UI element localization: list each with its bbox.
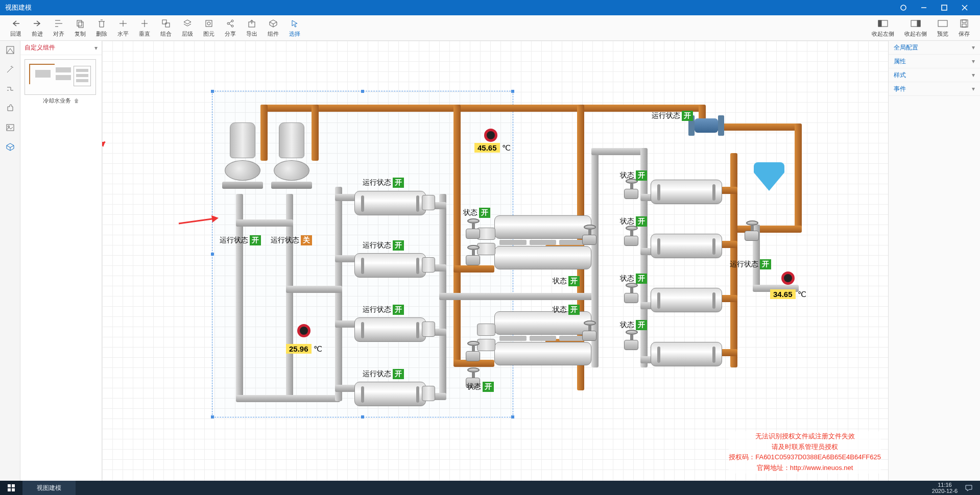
status-label[interactable]: 状态开 bbox=[467, 382, 494, 392]
status-label[interactable]: 状态开 bbox=[620, 274, 647, 284]
temp-tag[interactable]: 45.65℃ bbox=[474, 143, 511, 153]
temp-sensor[interactable] bbox=[484, 129, 497, 142]
rail-wand-icon[interactable] bbox=[4, 63, 16, 76]
group-button[interactable]: 组合 bbox=[155, 17, 177, 39]
collapse-left-button[interactable]: 收起左侧 bbox=[867, 17, 899, 39]
valve[interactable] bbox=[624, 283, 639, 304]
inline-valve[interactable] bbox=[688, 115, 724, 136]
canvas[interactable]: 无法识别授权文件或注册文件失效 请及时联系管理员授权 授权码：FA601C059… bbox=[102, 41, 888, 481]
pipe[interactable] bbox=[286, 286, 342, 293]
chiller-unit[interactable] bbox=[494, 215, 591, 271]
cooler-unit[interactable] bbox=[651, 342, 722, 366]
status-label[interactable]: 状态开 bbox=[620, 170, 647, 181]
pipe[interactable] bbox=[335, 320, 355, 328]
status-label[interactable]: 运行状态开 bbox=[652, 111, 693, 121]
cooler-unit[interactable] bbox=[651, 234, 722, 258]
pipe[interactable] bbox=[335, 194, 355, 201]
align-button[interactable]: 对齐 bbox=[48, 17, 69, 39]
cooler-unit[interactable] bbox=[354, 317, 426, 342]
valve[interactable] bbox=[624, 226, 639, 247]
start-button[interactable] bbox=[0, 481, 22, 495]
rail-pipe-icon[interactable] bbox=[4, 83, 16, 95]
pipe[interactable] bbox=[335, 385, 355, 392]
status-label[interactable]: 状态开 bbox=[553, 276, 580, 286]
valve[interactable] bbox=[466, 218, 481, 240]
notification-icon[interactable] bbox=[964, 483, 974, 493]
close-icon[interactable] bbox=[954, 0, 975, 15]
chiller-unit[interactable] bbox=[494, 311, 591, 367]
pipe[interactable] bbox=[236, 219, 293, 227]
status-label[interactable]: 运行状态关 bbox=[271, 235, 312, 245]
prop-style[interactable]: 样式▾ bbox=[889, 68, 980, 82]
rail-image-icon[interactable] bbox=[4, 121, 16, 134]
pipe[interactable] bbox=[453, 105, 461, 365]
delete-component-icon[interactable]: 🗑 bbox=[74, 98, 79, 104]
taskbar-clock[interactable]: 11:162020-12-6 bbox=[932, 482, 958, 494]
status-label[interactable]: 运行状态开 bbox=[363, 178, 404, 188]
export-button[interactable]: 导出 bbox=[241, 17, 262, 39]
temp-sensor[interactable] bbox=[781, 271, 795, 285]
status-label[interactable]: 运行状态开 bbox=[220, 235, 261, 245]
copy-button[interactable]: 复制 bbox=[69, 17, 91, 39]
pipe[interactable] bbox=[453, 265, 494, 273]
temp-tag[interactable]: 34.65℃ bbox=[770, 289, 806, 299]
status-label[interactable]: 状态开 bbox=[620, 320, 647, 330]
status-label[interactable]: 状态开 bbox=[620, 216, 647, 227]
prop-global[interactable]: 全局配置▾ bbox=[889, 41, 980, 55]
share-button[interactable]: 分享 bbox=[220, 17, 241, 39]
valve[interactable] bbox=[624, 330, 639, 351]
pipe[interactable] bbox=[335, 187, 342, 401]
redo-button[interactable]: 前进 bbox=[27, 17, 48, 39]
valve[interactable] bbox=[624, 179, 639, 200]
collapse-right-button[interactable]: 收起右侧 bbox=[899, 17, 932, 39]
valve[interactable] bbox=[466, 245, 481, 266]
status-label[interactable]: 运行状态开 bbox=[363, 240, 404, 251]
valve[interactable] bbox=[745, 220, 760, 242]
status-label[interactable]: 状态开 bbox=[463, 208, 490, 218]
valve[interactable] bbox=[582, 225, 597, 246]
select-button[interactable]: 选择 bbox=[284, 17, 305, 39]
rail-puzzle-icon[interactable] bbox=[4, 102, 16, 114]
pipe[interactable] bbox=[640, 148, 648, 367]
status-label[interactable]: 运行状态开 bbox=[730, 259, 771, 269]
vert-button[interactable]: 垂直 bbox=[134, 17, 155, 39]
cooler-unit[interactable] bbox=[354, 382, 426, 406]
taskbar-app[interactable]: 视图建模 bbox=[22, 481, 76, 495]
component-item[interactable]: 冷却水业务 🗑 bbox=[20, 55, 102, 109]
status-label[interactable]: 运行状态开 bbox=[363, 305, 404, 315]
prop-event[interactable]: 事件▾ bbox=[889, 82, 980, 96]
undo-button[interactable]: 回退 bbox=[5, 17, 27, 39]
minimize-icon[interactable] bbox=[914, 0, 934, 15]
temp-tag[interactable]: 25.96℃ bbox=[286, 344, 322, 354]
element-button[interactable]: 图元 bbox=[198, 17, 220, 39]
pipe[interactable] bbox=[260, 105, 705, 112]
horiz-button[interactable]: 水平 bbox=[112, 17, 134, 39]
tank[interactable] bbox=[754, 162, 784, 193]
pump[interactable] bbox=[220, 122, 266, 189]
pipe[interactable] bbox=[730, 226, 802, 233]
component-button[interactable]: 组件 bbox=[262, 17, 284, 39]
valve[interactable] bbox=[466, 341, 481, 362]
cooler-unit[interactable] bbox=[651, 180, 722, 204]
cooler-unit[interactable] bbox=[354, 191, 426, 215]
temp-sensor[interactable] bbox=[297, 324, 310, 337]
pipe[interactable] bbox=[335, 255, 355, 262]
pipe[interactable] bbox=[591, 148, 642, 155]
cooler-unit[interactable] bbox=[651, 288, 722, 312]
pipe[interactable] bbox=[795, 123, 802, 231]
delete-button[interactable]: 删除 bbox=[91, 17, 112, 39]
rail-shapes-icon[interactable] bbox=[4, 44, 16, 56]
rail-3d-icon[interactable] bbox=[4, 141, 16, 153]
pipe[interactable] bbox=[439, 293, 597, 300]
status-label[interactable]: 状态开 bbox=[553, 305, 580, 315]
save-button[interactable]: 保存 bbox=[953, 17, 975, 39]
cooler-unit[interactable] bbox=[354, 253, 426, 278]
component-panel-header[interactable]: 自定义组件 ▾ bbox=[20, 41, 102, 55]
maximize-icon[interactable] bbox=[934, 0, 954, 15]
valve[interactable] bbox=[582, 320, 597, 342]
status-label[interactable]: 运行状态开 bbox=[363, 369, 404, 379]
pipe[interactable] bbox=[236, 395, 340, 402]
preview-button[interactable]: 预览 bbox=[932, 17, 953, 39]
pump[interactable] bbox=[269, 122, 315, 189]
restore-icon[interactable] bbox=[893, 0, 914, 15]
